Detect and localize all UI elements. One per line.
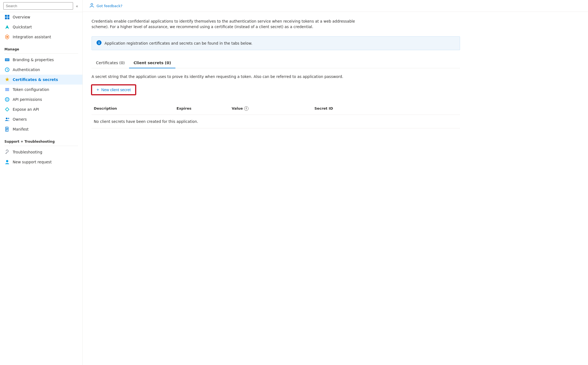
svg-point-20 <box>6 153 7 154</box>
svg-point-22 <box>91 4 93 6</box>
sidebar-item-manifest[interactable]: Manifest <box>0 124 82 134</box>
sidebar-item-authentication[interactable]: Authentication <box>0 65 82 75</box>
svg-rect-6 <box>6 59 9 61</box>
sidebar-item-overview[interactable]: Overview <box>0 12 82 22</box>
tab-client-secrets[interactable]: Client secrets (0) <box>129 58 175 68</box>
sidebar-item-quickstart[interactable]: Quickstart <box>0 22 82 32</box>
svg-point-13 <box>6 118 7 119</box>
expose-icon <box>4 107 10 112</box>
svg-rect-0 <box>5 15 7 17</box>
sidebar-item-label: Quickstart <box>13 25 32 29</box>
sidebar-item-label: Manifest <box>13 127 29 131</box>
search-input[interactable] <box>3 2 73 10</box>
manifest-icon <box>4 126 10 132</box>
info-banner-text: Application registration certificates an… <box>105 41 252 45</box>
overview-icon <box>4 14 10 20</box>
svg-rect-2 <box>5 17 7 19</box>
api-icon <box>4 97 10 102</box>
chevron-left-icon: « <box>76 4 78 8</box>
new-client-secret-button[interactable]: + New client secret <box>92 85 136 95</box>
support-section-header: Support + Troubleshooting <box>0 135 82 145</box>
new-secret-label: New client secret <box>101 88 131 92</box>
troubleshooting-icon <box>4 149 10 155</box>
sidebar-item-integration[interactable]: Integration assistant <box>0 32 82 42</box>
support-divider <box>4 146 78 146</box>
sidebar-item-label: API permissions <box>13 97 42 102</box>
svg-point-12 <box>6 108 9 111</box>
sidebar-item-label: Expose an API <box>13 107 39 112</box>
manage-divider <box>4 53 78 54</box>
support-nav: Troubleshooting New support request <box>0 147 82 167</box>
svg-point-4 <box>6 36 8 38</box>
svg-rect-19 <box>6 130 7 130</box>
table-empty-message: No client secrets have been created for … <box>92 115 460 128</box>
col-secret-id: Secret ID <box>312 105 460 112</box>
svg-rect-9 <box>5 89 9 90</box>
integration-icon <box>4 34 10 40</box>
feedback-icon <box>89 3 94 9</box>
sidebar-item-label: Integration assistant <box>13 35 51 39</box>
info-banner-icon: i <box>96 40 102 47</box>
branding-icon <box>4 57 10 63</box>
collapse-button[interactable]: « <box>75 3 79 9</box>
main-body: Credentials enable confidential applicat… <box>83 12 469 135</box>
plus-icon: + <box>97 87 99 92</box>
section-description: A secret string that the application use… <box>92 74 460 79</box>
sidebar-item-label: Certificates & secrets <box>13 77 58 82</box>
sidebar-item-label: New support request <box>13 160 52 164</box>
sidebar: « Overview Quickstart Integration assist… <box>0 0 83 365</box>
svg-point-21 <box>6 160 8 162</box>
sidebar-item-token[interactable]: Token configuration <box>0 85 82 94</box>
col-expires: Expires <box>174 105 229 112</box>
sidebar-item-label: Token configuration <box>13 87 49 92</box>
svg-text:i: i <box>98 41 100 45</box>
tab-certificates[interactable]: Certificates (0) <box>92 58 129 68</box>
authentication-icon <box>4 67 10 72</box>
table-header: Description Expires Value i Secret ID <box>92 102 460 115</box>
svg-rect-8 <box>5 88 9 89</box>
info-banner: i Application registration certificates … <box>92 36 460 50</box>
sidebar-item-label: Overview <box>13 15 30 19</box>
value-info-icon[interactable]: i <box>244 106 248 111</box>
token-icon <box>4 87 10 92</box>
secrets-table: Description Expires Value i Secret ID No… <box>92 102 460 128</box>
svg-rect-1 <box>7 15 9 17</box>
sidebar-item-support-request[interactable]: New support request <box>0 157 82 167</box>
quickstart-icon <box>4 24 10 30</box>
certificates-icon <box>4 77 10 82</box>
sidebar-item-owners[interactable]: Owners <box>0 114 82 124</box>
svg-rect-10 <box>5 90 9 91</box>
svg-rect-3 <box>7 17 9 19</box>
col-value: Value i <box>229 105 312 112</box>
topbar: Got feedback? <box>83 0 588 12</box>
manage-section-header: Manage <box>0 43 82 52</box>
svg-point-11 <box>5 98 9 101</box>
sidebar-item-expose-api[interactable]: Expose an API <box>0 104 82 114</box>
svg-rect-17 <box>6 128 8 129</box>
manage-nav: Branding & properties Authentication Cer… <box>0 55 82 134</box>
sidebar-item-label: Authentication <box>13 67 40 72</box>
col-description: Description <box>92 105 174 112</box>
search-row: « <box>0 0 82 12</box>
sidebar-item-troubleshooting[interactable]: Troubleshooting <box>0 147 82 157</box>
sidebar-item-certificates[interactable]: Certificates & secrets <box>0 75 82 85</box>
sidebar-item-label: Branding & properties <box>13 58 54 62</box>
owners-icon <box>4 117 10 122</box>
sidebar-item-label: Troubleshooting <box>13 150 42 154</box>
support-request-icon <box>4 159 10 165</box>
svg-point-14 <box>8 118 9 119</box>
page-description: Credentials enable confidential applicat… <box>92 18 367 30</box>
tabs-row: Certificates (0) Client secrets (0) <box>92 58 460 68</box>
sidebar-item-label: Owners <box>13 117 27 121</box>
main-content-area: Got feedback? Credentials enable confide… <box>83 0 588 365</box>
svg-rect-18 <box>6 129 8 129</box>
feedback-text[interactable]: Got feedback? <box>97 4 122 8</box>
sidebar-item-api-permissions[interactable]: API permissions <box>0 94 82 104</box>
top-nav: Overview Quickstart Integration assistan… <box>0 12 82 42</box>
sidebar-item-branding[interactable]: Branding & properties <box>0 55 82 65</box>
